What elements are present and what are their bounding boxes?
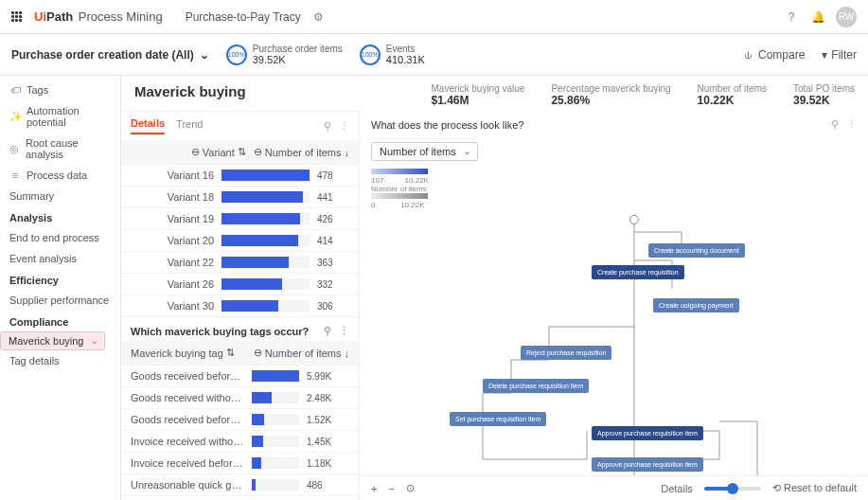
sidebar: 🏷Tags✨Automation potential◎Root cause an… (0, 76, 121, 500)
table-row[interactable]: Variant 22363 (121, 251, 359, 273)
sidebar-item[interactable]: Event analysis (0, 248, 120, 269)
sidebar-efficiency-head: Efficiency (0, 269, 120, 290)
tags-title: Which maverick buying tags occur? (131, 326, 309, 337)
node[interactable]: Reject purchase requisition (521, 346, 611, 360)
collapse-icon[interactable]: ⊖ (254, 146, 262, 158)
sidebar-analysis-head: Analysis (0, 206, 120, 227)
fit-icon[interactable]: ⊙ (406, 482, 415, 494)
kpi-po-items: 100% Purchase order items39.52K (226, 44, 343, 65)
table-row[interactable]: Variant 20414 (121, 229, 359, 251)
sidebar-item[interactable]: Supplier performance (0, 290, 120, 311)
logo: UiPath Process Mining (34, 9, 163, 24)
sidebar-item[interactable]: End to end process (0, 227, 120, 248)
table-row[interactable]: Unreasonable quick goods...486 (121, 473, 359, 495)
sidebar-summary[interactable]: Summary (0, 186, 120, 206)
table-row[interactable]: Invoice received before PO...1.18K (121, 452, 359, 473)
metric: Total PO items39.52K (793, 83, 855, 107)
sidebar-item[interactable]: 🏷Tags (0, 80, 120, 100)
node[interactable]: Create outgoing payment (653, 298, 739, 312)
node[interactable]: Approve purchase requisition item (592, 426, 703, 440)
metric-dropdown[interactable]: Number of items (371, 142, 478, 161)
apps-menu-icon[interactable] (11, 11, 25, 22)
app-name: Purchase-to-Pay Tracy (186, 10, 301, 24)
table-row[interactable]: Invoice received without P...1.45K (121, 430, 359, 452)
zoom-out-icon[interactable]: − (388, 483, 394, 494)
table-row[interactable]: Variant 16478 (121, 164, 359, 186)
kpi-events: 100% Events410.31K (360, 44, 425, 65)
process-title: What does the process look like? (371, 119, 523, 131)
help-icon[interactable]: ? (783, 9, 800, 26)
node[interactable]: Delete purchase requisition item (483, 379, 589, 393)
node[interactable]: Create accounting document (648, 243, 745, 258)
chevron-down-icon: ⌄ (200, 48, 209, 62)
collapse-icon[interactable]: ⊖ (191, 146, 200, 158)
node[interactable]: Set purchase requisition item (450, 412, 546, 426)
sidebar-item[interactable]: Maverick buying (0, 331, 105, 350)
compare-button[interactable]: ⫝ Compare (743, 48, 805, 62)
detail-slider[interactable] (704, 487, 761, 491)
gear-icon[interactable]: ⚙ (310, 9, 328, 26)
more-icon[interactable]: ⋮ (339, 120, 349, 133)
filter-icon[interactable]: ⚲ (324, 325, 331, 337)
details-label: Details (661, 483, 693, 494)
node[interactable]: Approve purchase requisition item (592, 457, 703, 472)
filter-icon[interactable]: ⚲ (324, 120, 331, 133)
avatar[interactable]: RW (836, 7, 857, 27)
bell-icon[interactable]: 🔔 (809, 9, 826, 26)
sidebar-item[interactable]: ◎Root cause analysis (0, 133, 120, 165)
filter-icon[interactable]: ⚲ (831, 118, 839, 131)
table-row[interactable]: Goods received before PO ...5.99K (121, 365, 359, 386)
sidebar-item[interactable]: ✨Automation potential (0, 100, 120, 133)
table-row[interactable]: Variant 18441 (121, 186, 359, 207)
sidebar-item[interactable]: Tag details (0, 350, 120, 371)
more-icon[interactable]: ⋮ (339, 325, 349, 337)
metric: Maverick buying value$1.46M (431, 83, 524, 107)
table-row[interactable]: Variant 19426 (121, 207, 359, 229)
table-row[interactable]: Goods received without P...2.48K (121, 386, 359, 408)
collapse-icon[interactable]: ⊖ (254, 347, 262, 359)
page-title: Maverick buying (134, 83, 408, 99)
table-row[interactable]: Variant 30306 (121, 295, 359, 316)
tab-details[interactable]: Details (131, 117, 165, 134)
sidebar-item[interactable]: ≡Process data (0, 165, 120, 186)
sidebar-compliance-head: Compliance (0, 311, 120, 331)
table-row[interactable]: Invoice received before PO...248 (121, 495, 359, 500)
metric: Number of items10.22K (698, 83, 767, 107)
node[interactable]: Create purchase requisition (592, 265, 684, 279)
zoom-in-icon[interactable]: + (371, 483, 377, 494)
process-graph[interactable]: Create accounting document Create purcha… (360, 213, 868, 475)
table-row[interactable]: Variant 26332 (121, 273, 359, 295)
reset-button[interactable]: ⟲ Reset to default (772, 482, 857, 494)
filter-button[interactable]: ▾ Filter (822, 48, 857, 62)
table-row[interactable]: Goods received before PO ...1.52K (121, 408, 359, 430)
metric: Percentage maverick buying25.86% (551, 83, 670, 107)
date-filter[interactable]: Purchase order creation date (All) ⌄ (11, 48, 209, 62)
more-icon[interactable]: ⋮ (846, 118, 857, 131)
tab-trend[interactable]: Trend (176, 118, 203, 134)
